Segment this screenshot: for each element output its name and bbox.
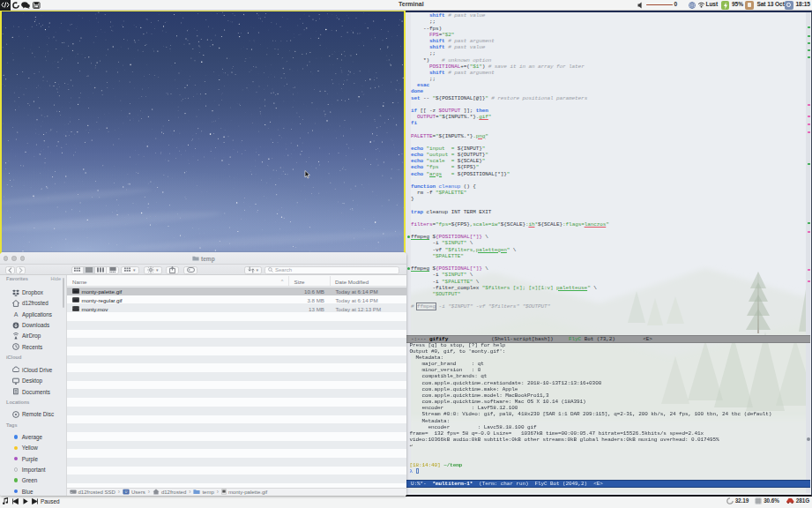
svg-text:U: U [125, 489, 128, 494]
svg-text:A: A [14, 311, 19, 318]
